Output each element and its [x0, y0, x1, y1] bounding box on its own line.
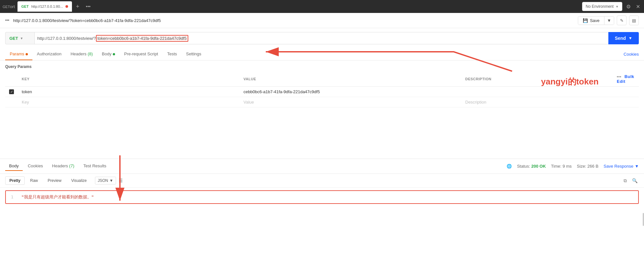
- tab-headers[interactable]: Headers (8): [66, 48, 98, 60]
- request-tabs: Params Authorization Headers (8) Body Pr…: [0, 48, 644, 61]
- tab-method-label: GET: [21, 5, 29, 8]
- url-input[interactable]: http://127.0.0.1:8000/testview/?token=ce…: [34, 32, 608, 44]
- format-selector-chevron-icon: ▼: [110, 178, 113, 183]
- response-code-area: 1 "我是只有超级用户才能看到的数据。": [5, 190, 639, 204]
- th-description: DESCRIPTION: [462, 72, 613, 87]
- tab-settings[interactable]: Settings: [181, 48, 206, 60]
- table-row: token cebb0bc6-a1b7-41fa-9dfa-221da47c9d…: [5, 87, 639, 97]
- sidebar-toggle-icon[interactable]: •••: [5, 18, 9, 23]
- resp-tab-cookies[interactable]: Cookies: [24, 161, 47, 171]
- tab-tests[interactable]: Tests: [163, 48, 181, 60]
- param-key-cell[interactable]: token: [18, 87, 240, 97]
- row-checkbox[interactable]: [9, 89, 14, 94]
- status-label: Status: 200 OK: [517, 164, 546, 169]
- request-tab[interactable]: GET http://127.0.0.1:80...: [18, 1, 72, 12]
- th-value: VALUE: [240, 72, 461, 87]
- search-icon[interactable]: 🔍: [631, 177, 639, 184]
- param-value-cell[interactable]: cebb0bc6-a1b7-41fa-9dfa-221da47c9df5: [240, 87, 461, 97]
- edit-icon: ✎: [620, 18, 624, 23]
- time-label: Time: 9 ms: [551, 164, 572, 169]
- response-area: Body Cookies Headers (7) Test Results 🌐 …: [0, 159, 644, 267]
- method-selector[interactable]: GET ▼: [5, 32, 34, 44]
- url-token-text: token=cebb0bc6-a1b7-41fa-9dfa-221da47c9d…: [96, 35, 188, 42]
- tab-url-label: http://127.0.0.1:80...: [31, 5, 63, 8]
- params-table: KEY VALUE DESCRIPTION ••• Bulk Edit toke…: [5, 72, 639, 107]
- response-tabs-row: Body Cookies Headers (7) Test Results 🌐 …: [0, 159, 644, 174]
- params-dot: [26, 53, 28, 55]
- url-row: GET ▼ http://127.0.0.1:8000/testview/?to…: [0, 28, 644, 48]
- format-selector-dropdown[interactable]: JSON ▼: [95, 177, 116, 184]
- body-dot: [113, 53, 115, 55]
- save-button-group[interactable]: 💾 Save ▼: [578, 16, 614, 25]
- format-preview-button[interactable]: Preview: [43, 176, 66, 185]
- response-status-bar: 🌐 Status: 200 OK Time: 9 ms Size: 266 B …: [507, 164, 639, 169]
- comment-icon: ▤: [632, 18, 636, 23]
- empty-key-cell[interactable]: Key: [18, 97, 240, 107]
- empty-desc-cell[interactable]: Description: [462, 97, 613, 107]
- save-response-button[interactable]: Save Response ▼: [603, 164, 639, 169]
- tab-params[interactable]: Params: [5, 48, 32, 60]
- query-params-section: Query Params KEY VALUE DESCRIPTION ••• B…: [0, 61, 644, 107]
- cookies-link[interactable]: Cookies: [624, 52, 639, 57]
- th-bulk-edit: ••• Bulk Edit: [613, 72, 639, 87]
- url-prefix-text: http://127.0.0.1:8000/testview/?: [37, 36, 96, 41]
- filter-icon[interactable]: ☰: [119, 178, 123, 183]
- tab-status-dot: [65, 5, 68, 8]
- resp-tab-body[interactable]: Body: [5, 161, 23, 171]
- format-visualize-button[interactable]: Visualize: [67, 176, 91, 185]
- scrollbar-indicator[interactable]: [643, 213, 644, 226]
- line-number: 1: [11, 195, 16, 199]
- tab-pre-request-script[interactable]: Pre-request Script: [120, 48, 163, 60]
- app-tab-partial: GETort: [3, 4, 16, 9]
- save-response-chevron-icon: ▼: [635, 164, 639, 169]
- globe-icon: 🌐: [507, 164, 512, 169]
- send-dropdown-icon: ▼: [628, 36, 632, 40]
- save-button[interactable]: 💾 Save: [578, 17, 604, 25]
- query-params-title: Query Params: [5, 64, 639, 69]
- th-key: KEY: [18, 72, 240, 87]
- edit-button[interactable]: ✎: [617, 16, 626, 25]
- environment-selector[interactable]: No Environment ▼: [582, 2, 622, 11]
- resp-tab-headers[interactable]: Headers (7): [48, 161, 78, 171]
- address-bar: ••• http://127.0.0.1:8000/testview/?toke…: [0, 13, 644, 28]
- env-label: No Environment: [586, 4, 614, 9]
- th-checkbox: [5, 72, 18, 87]
- copy-icon[interactable]: ⧉: [622, 177, 628, 184]
- param-desc-cell[interactable]: [462, 87, 613, 97]
- save-dropdown-arrow[interactable]: ▼: [604, 17, 614, 25]
- comment-button[interactable]: ▤: [629, 16, 639, 25]
- th-more-icon: •••: [617, 74, 621, 79]
- format-pretty-button[interactable]: Pretty: [5, 176, 25, 185]
- close-icon[interactable]: ✕: [635, 2, 641, 11]
- method-chevron-icon: ▼: [20, 37, 23, 40]
- size-label: Size: 266 B: [577, 164, 599, 169]
- method-label: GET: [9, 36, 18, 41]
- empty-value-cell[interactable]: Value: [240, 97, 461, 107]
- settings-icon[interactable]: ⚙: [625, 2, 632, 11]
- more-tabs-button[interactable]: •••: [83, 3, 93, 10]
- format-raw-button[interactable]: Raw: [26, 176, 42, 185]
- send-button[interactable]: Send ▼: [608, 32, 639, 44]
- code-content: "我是只有超级用户才能看到的数据。": [21, 194, 94, 200]
- resp-tab-test-results[interactable]: Test Results: [79, 161, 110, 171]
- env-chevron-icon: ▼: [615, 5, 619, 8]
- table-row-empty: Key Value Description: [5, 97, 639, 107]
- tab-body[interactable]: Body: [97, 48, 120, 60]
- address-url-display: http://127.0.0.1:8000/testview/?token=ce…: [13, 18, 574, 23]
- add-tab-button[interactable]: +: [73, 2, 82, 11]
- tab-authorization[interactable]: Authorization: [32, 48, 66, 60]
- response-body-toolbar: Pretty Raw Preview Visualize JSON ▼ ☰ ⧉ …: [0, 174, 644, 188]
- code-line-1: 1 "我是只有超级用户才能看到的数据。": [11, 194, 633, 200]
- save-icon: 💾: [583, 18, 588, 23]
